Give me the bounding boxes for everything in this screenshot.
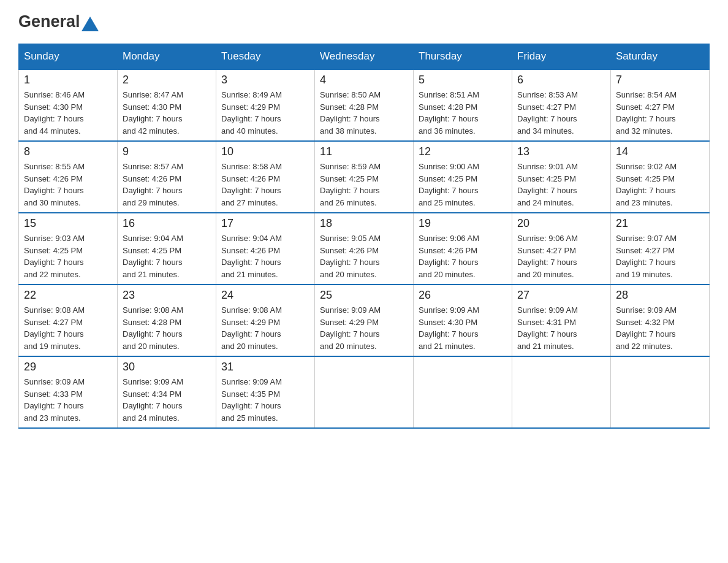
day-cell-12: 12 Sunrise: 9:00 AM Sunset: 4:25 PM Dayl… — [414, 141, 512, 213]
day-cell-25: 25 Sunrise: 9:09 AM Sunset: 4:29 PM Dayl… — [315, 285, 414, 356]
day-number: 6 — [517, 74, 605, 86]
weekday-header-monday: Monday — [118, 44, 216, 70]
day-number: 28 — [616, 289, 704, 302]
day-info: Sunrise: 8:47 AM Sunset: 4:30 PM Dayligh… — [123, 89, 211, 137]
day-number: 26 — [419, 289, 507, 302]
day-number: 2 — [123, 74, 211, 86]
day-cell-1: 1 Sunrise: 8:46 AM Sunset: 4:30 PM Dayli… — [19, 69, 118, 141]
week-row-1: 1 Sunrise: 8:46 AM Sunset: 4:30 PM Dayli… — [19, 69, 710, 141]
day-number: 9 — [123, 145, 211, 158]
day-cell-23: 23 Sunrise: 9:08 AM Sunset: 4:28 PM Dayl… — [118, 285, 216, 356]
day-cell-11: 11 Sunrise: 8:59 AM Sunset: 4:25 PM Dayl… — [315, 141, 414, 213]
day-cell-15: 15 Sunrise: 9:03 AM Sunset: 4:25 PM Dayl… — [19, 213, 118, 285]
day-number: 31 — [221, 361, 309, 373]
day-cell-21: 21 Sunrise: 9:07 AM Sunset: 4:27 PM Dayl… — [611, 213, 710, 285]
day-cell-16: 16 Sunrise: 9:04 AM Sunset: 4:25 PM Dayl… — [118, 213, 216, 285]
empty-cell — [315, 356, 414, 428]
day-info: Sunrise: 9:00 AM Sunset: 4:25 PM Dayligh… — [419, 161, 507, 209]
weekday-header-saturday: Saturday — [611, 44, 710, 70]
day-info: Sunrise: 9:01 AM Sunset: 4:25 PM Dayligh… — [517, 161, 605, 209]
weekday-header-row: SundayMondayTuesdayWednesdayThursdayFrid… — [19, 44, 710, 70]
day-number: 13 — [517, 145, 605, 158]
day-cell-4: 4 Sunrise: 8:50 AM Sunset: 4:28 PM Dayli… — [315, 69, 414, 141]
week-row-5: 29 Sunrise: 9:09 AM Sunset: 4:33 PM Dayl… — [19, 356, 710, 428]
day-cell-22: 22 Sunrise: 9:08 AM Sunset: 4:27 PM Dayl… — [19, 285, 118, 356]
day-number: 15 — [24, 217, 112, 230]
day-cell-10: 10 Sunrise: 8:58 AM Sunset: 4:26 PM Dayl… — [216, 141, 315, 213]
empty-cell — [611, 356, 710, 428]
day-number: 5 — [419, 74, 507, 86]
logo: General — [18, 12, 99, 31]
day-cell-31: 31 Sunrise: 9:09 AM Sunset: 4:35 PM Dayl… — [216, 356, 315, 428]
week-row-3: 15 Sunrise: 9:03 AM Sunset: 4:25 PM Dayl… — [19, 213, 710, 285]
day-number: 19 — [419, 217, 507, 230]
day-cell-2: 2 Sunrise: 8:47 AM Sunset: 4:30 PM Dayli… — [118, 69, 216, 141]
weekday-header-sunday: Sunday — [19, 44, 118, 70]
day-info: Sunrise: 8:51 AM Sunset: 4:28 PM Dayligh… — [419, 89, 507, 137]
day-cell-18: 18 Sunrise: 9:05 AM Sunset: 4:26 PM Dayl… — [315, 213, 414, 285]
day-number: 3 — [221, 74, 309, 86]
logo-general-text: General — [18, 12, 80, 31]
day-number: 18 — [320, 217, 408, 230]
day-info: Sunrise: 9:09 AM Sunset: 4:32 PM Dayligh… — [616, 304, 704, 352]
day-cell-9: 9 Sunrise: 8:57 AM Sunset: 4:26 PM Dayli… — [118, 141, 216, 213]
day-cell-3: 3 Sunrise: 8:49 AM Sunset: 4:29 PM Dayli… — [216, 69, 315, 141]
day-info: Sunrise: 9:09 AM Sunset: 4:30 PM Dayligh… — [419, 304, 507, 352]
day-cell-13: 13 Sunrise: 9:01 AM Sunset: 4:25 PM Dayl… — [512, 141, 611, 213]
logo-triangle-icon — [82, 14, 99, 31]
empty-cell — [414, 356, 512, 428]
day-info: Sunrise: 9:07 AM Sunset: 4:27 PM Dayligh… — [616, 232, 704, 280]
day-info: Sunrise: 8:55 AM Sunset: 4:26 PM Dayligh… — [24, 161, 112, 209]
day-number: 24 — [221, 289, 309, 302]
day-info: Sunrise: 8:49 AM Sunset: 4:29 PM Dayligh… — [221, 89, 309, 137]
day-cell-28: 28 Sunrise: 9:09 AM Sunset: 4:32 PM Dayl… — [611, 285, 710, 356]
day-info: Sunrise: 9:06 AM Sunset: 4:27 PM Dayligh… — [517, 232, 605, 280]
day-cell-20: 20 Sunrise: 9:06 AM Sunset: 4:27 PM Dayl… — [512, 213, 611, 285]
day-info: Sunrise: 9:09 AM Sunset: 4:33 PM Dayligh… — [24, 376, 112, 424]
day-info: Sunrise: 9:06 AM Sunset: 4:26 PM Dayligh… — [419, 232, 507, 280]
day-info: Sunrise: 9:09 AM Sunset: 4:35 PM Dayligh… — [221, 376, 309, 424]
day-info: Sunrise: 8:54 AM Sunset: 4:27 PM Dayligh… — [616, 89, 704, 137]
day-number: 11 — [320, 145, 408, 158]
day-number: 10 — [221, 145, 309, 158]
day-info: Sunrise: 8:59 AM Sunset: 4:25 PM Dayligh… — [320, 161, 408, 209]
day-number: 27 — [517, 289, 605, 302]
day-number: 17 — [221, 217, 309, 230]
day-number: 8 — [24, 145, 112, 158]
day-info: Sunrise: 9:05 AM Sunset: 4:26 PM Dayligh… — [320, 232, 408, 280]
day-info: Sunrise: 9:04 AM Sunset: 4:26 PM Dayligh… — [221, 232, 309, 280]
day-number: 1 — [24, 74, 112, 86]
day-cell-14: 14 Sunrise: 9:02 AM Sunset: 4:25 PM Dayl… — [611, 141, 710, 213]
day-cell-26: 26 Sunrise: 9:09 AM Sunset: 4:30 PM Dayl… — [414, 285, 512, 356]
day-cell-5: 5 Sunrise: 8:51 AM Sunset: 4:28 PM Dayli… — [414, 69, 512, 141]
weekday-header-tuesday: Tuesday — [216, 44, 315, 70]
week-row-2: 8 Sunrise: 8:55 AM Sunset: 4:26 PM Dayli… — [19, 141, 710, 213]
day-cell-29: 29 Sunrise: 9:09 AM Sunset: 4:33 PM Dayl… — [19, 356, 118, 428]
day-number: 4 — [320, 74, 408, 86]
day-info: Sunrise: 8:58 AM Sunset: 4:26 PM Dayligh… — [221, 161, 309, 209]
weekday-header-wednesday: Wednesday — [315, 44, 414, 70]
day-number: 30 — [123, 361, 211, 373]
empty-cell — [512, 356, 611, 428]
day-number: 14 — [616, 145, 704, 158]
day-info: Sunrise: 8:53 AM Sunset: 4:27 PM Dayligh… — [517, 89, 605, 137]
week-row-4: 22 Sunrise: 9:08 AM Sunset: 4:27 PM Dayl… — [19, 285, 710, 356]
day-cell-17: 17 Sunrise: 9:04 AM Sunset: 4:26 PM Dayl… — [216, 213, 315, 285]
day-info: Sunrise: 8:57 AM Sunset: 4:26 PM Dayligh… — [123, 161, 211, 209]
day-number: 29 — [24, 361, 112, 373]
day-info: Sunrise: 9:08 AM Sunset: 4:28 PM Dayligh… — [123, 304, 211, 352]
day-number: 16 — [123, 217, 211, 230]
page-header: General — [18, 12, 710, 31]
day-cell-27: 27 Sunrise: 9:09 AM Sunset: 4:31 PM Dayl… — [512, 285, 611, 356]
day-cell-8: 8 Sunrise: 8:55 AM Sunset: 4:26 PM Dayli… — [19, 141, 118, 213]
day-info: Sunrise: 9:03 AM Sunset: 4:25 PM Dayligh… — [24, 232, 112, 280]
day-cell-6: 6 Sunrise: 8:53 AM Sunset: 4:27 PM Dayli… — [512, 69, 611, 141]
day-number: 23 — [123, 289, 211, 302]
day-info: Sunrise: 9:02 AM Sunset: 4:25 PM Dayligh… — [616, 161, 704, 209]
weekday-header-thursday: Thursday — [414, 44, 512, 70]
day-info: Sunrise: 8:50 AM Sunset: 4:28 PM Dayligh… — [320, 89, 408, 137]
day-cell-7: 7 Sunrise: 8:54 AM Sunset: 4:27 PM Dayli… — [611, 69, 710, 141]
weekday-header-friday: Friday — [512, 44, 611, 70]
day-number: 7 — [616, 74, 704, 86]
day-info: Sunrise: 9:08 AM Sunset: 4:29 PM Dayligh… — [221, 304, 309, 352]
